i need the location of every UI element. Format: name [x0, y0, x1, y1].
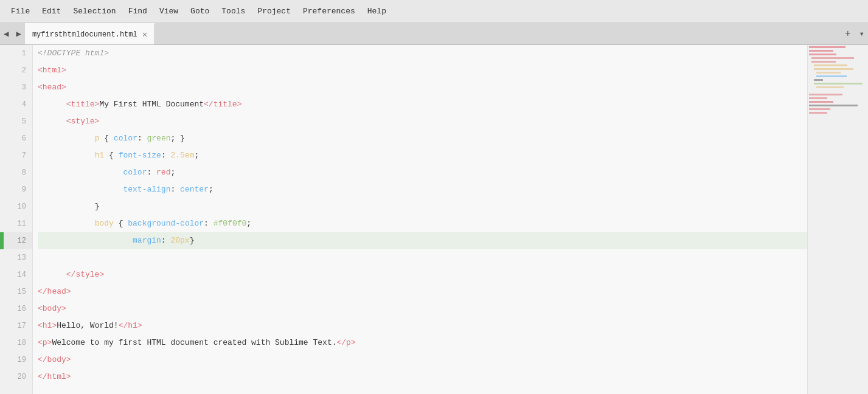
code-line-3: <head>	[38, 79, 807, 96]
menu-edit[interactable]: Edit	[36, 4, 67, 18]
menu-help[interactable]: Help	[361, 4, 392, 18]
line-num-9: 9	[4, 181, 32, 198]
line-num-16: 16	[4, 300, 32, 317]
add-tab-icon: +	[845, 29, 851, 40]
line-num-4: 4	[4, 96, 32, 113]
line-num-19: 19	[4, 351, 32, 368]
code-line-11: body { background-color: #f0f0f0;	[38, 215, 807, 232]
right-arrow-icon: ▶	[16, 29, 21, 39]
menu-preferences[interactable]: Preferences	[297, 4, 361, 18]
menu-file[interactable]: File	[5, 4, 36, 18]
line-num-17: 17	[4, 317, 32, 334]
tab-file[interactable]: myfirsthtmldocument.html ✕	[25, 23, 155, 44]
code-line-9: text-align: center;	[38, 181, 807, 198]
svg-rect-13	[809, 97, 827, 99]
svg-rect-15	[809, 105, 858, 106]
svg-rect-6	[814, 68, 853, 70]
code-line-16: <body>	[38, 300, 807, 317]
current-line-indicator	[0, 232, 4, 249]
svg-rect-5	[814, 64, 847, 66]
tab-nav-right[interactable]: ▶	[12, 23, 24, 44]
line-num-8: 8	[4, 164, 32, 181]
line-num-7: 7	[4, 147, 32, 164]
left-indicator	[0, 45, 4, 394]
line-num-20: 20	[4, 368, 32, 385]
minimap[interactable]	[807, 45, 868, 394]
dropdown-icon: ▾	[859, 29, 864, 39]
svg-rect-14	[809, 101, 833, 103]
svg-rect-11	[816, 86, 844, 88]
line-num-3: 3	[4, 79, 32, 96]
code-line-5: <style>	[38, 113, 807, 130]
code-line-10: }	[38, 198, 807, 215]
tab-close-button[interactable]: ✕	[142, 29, 147, 40]
svg-rect-2	[809, 54, 836, 55]
tab-nav-left[interactable]: ◀	[0, 23, 12, 44]
menu-tools[interactable]: Tools	[215, 4, 251, 18]
line-num-15: 15	[4, 283, 32, 300]
line-numbers: 1 2 3 4 5 6 7 8 9 10 11 12 13 14 15 16 1…	[4, 45, 33, 394]
svg-rect-16	[809, 108, 830, 110]
tab-bar: ◀ ▶ myfirsthtmldocument.html ✕ + ▾	[0, 23, 868, 45]
menu-project[interactable]: Project	[251, 4, 297, 18]
tab-add-button[interactable]: +	[840, 23, 856, 44]
menu-find[interactable]: Find	[122, 4, 153, 18]
code-line-17: <h1>Hello, World!</h1>	[38, 317, 807, 334]
code-line-2: <html>	[38, 62, 807, 79]
left-arrow-icon: ◀	[4, 29, 9, 39]
svg-rect-8	[816, 75, 847, 77]
code-line-15: </head>	[38, 283, 807, 300]
tab-dropdown-button[interactable]: ▾	[856, 23, 868, 44]
svg-rect-12	[809, 94, 842, 95]
line-num-5: 5	[4, 113, 32, 130]
minimap-svg	[808, 45, 868, 288]
line-num-14: 14	[4, 266, 32, 283]
code-area[interactable]: <!DOCTYPE html> <html> <head> <title>My …	[33, 45, 807, 394]
tab-label: myfirsthtmldocument.html	[32, 30, 137, 39]
line-num-11: 11	[4, 215, 32, 232]
code-line-20: </html>	[38, 368, 807, 385]
menu-goto[interactable]: Goto	[184, 4, 215, 18]
svg-rect-0	[809, 46, 845, 48]
code-line-1: <!DOCTYPE html>	[38, 45, 807, 62]
svg-rect-10	[814, 83, 863, 85]
line-num-6: 6	[4, 130, 32, 147]
svg-rect-9	[814, 79, 823, 81]
svg-rect-7	[816, 72, 841, 74]
svg-rect-3	[811, 57, 854, 59]
code-line-13	[38, 249, 807, 266]
svg-rect-1	[809, 50, 833, 52]
code-line-19: </body>	[38, 351, 807, 368]
svg-rect-17	[809, 112, 827, 114]
line-num-18: 18	[4, 334, 32, 351]
menu-view[interactable]: View	[153, 4, 184, 18]
code-line-12: margin: 20px}	[38, 232, 807, 249]
code-line-4: <title>My First HTML Document</title>	[38, 96, 807, 113]
menu-selection[interactable]: Selection	[67, 4, 122, 18]
line-num-10: 10	[4, 198, 32, 215]
code-line-18: <p>Welcome to my first HTML document cre…	[38, 334, 807, 351]
code-line-7: h1 { font-size: 2.5em;	[38, 147, 807, 164]
code-line-8: color: red;	[38, 164, 807, 181]
menu-bar: File Edit Selection Find View Goto Tools…	[0, 0, 868, 23]
editor: 1 2 3 4 5 6 7 8 9 10 11 12 13 14 15 16 1…	[0, 45, 868, 394]
line-num-2: 2	[4, 62, 32, 79]
code-line-14: </style>	[38, 266, 807, 283]
svg-rect-4	[811, 61, 836, 63]
line-num-1: 1	[4, 45, 32, 62]
line-num-12: 12	[4, 232, 32, 249]
line-num-13: 13	[4, 249, 32, 266]
code-line-6: p { color: green; }	[38, 130, 807, 147]
